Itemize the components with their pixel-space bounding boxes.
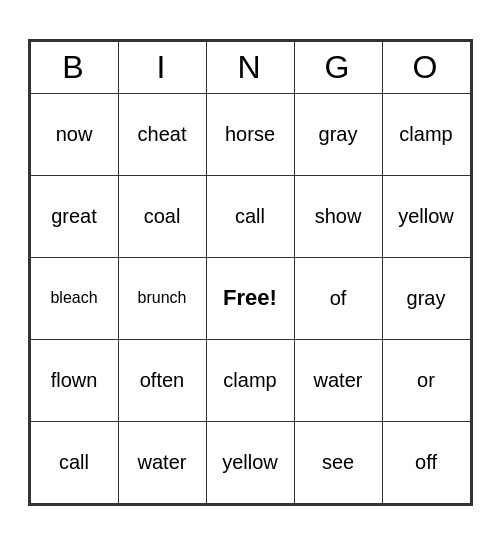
cell-3-1: often <box>118 339 206 421</box>
cell-2-3: of <box>294 257 382 339</box>
cell-3-4: or <box>382 339 470 421</box>
table-row: call water yellow see off <box>30 421 470 503</box>
header-g: G <box>294 41 382 93</box>
bingo-table: B I N G O now cheat horse gray clamp gre… <box>30 41 471 504</box>
cell-1-1: coal <box>118 175 206 257</box>
cell-3-0: flown <box>30 339 118 421</box>
cell-4-3: see <box>294 421 382 503</box>
table-row: flown often clamp water or <box>30 339 470 421</box>
cell-0-2: horse <box>206 93 294 175</box>
cell-4-4: off <box>382 421 470 503</box>
header-row: B I N G O <box>30 41 470 93</box>
cell-3-3: water <box>294 339 382 421</box>
cell-1-2: call <box>206 175 294 257</box>
cell-4-1: water <box>118 421 206 503</box>
cell-0-4: clamp <box>382 93 470 175</box>
header-n: N <box>206 41 294 93</box>
cell-1-4: yellow <box>382 175 470 257</box>
table-row: great coal call show yellow <box>30 175 470 257</box>
header-o: O <box>382 41 470 93</box>
free-cell: Free! <box>206 257 294 339</box>
cell-0-1: cheat <box>118 93 206 175</box>
header-i: I <box>118 41 206 93</box>
cell-2-0: bleach <box>30 257 118 339</box>
cell-2-4: gray <box>382 257 470 339</box>
bingo-card: B I N G O now cheat horse gray clamp gre… <box>28 39 473 506</box>
cell-4-2: yellow <box>206 421 294 503</box>
table-row: bleach brunch Free! of gray <box>30 257 470 339</box>
cell-4-0: call <box>30 421 118 503</box>
cell-2-1: brunch <box>118 257 206 339</box>
cell-0-3: gray <box>294 93 382 175</box>
table-row: now cheat horse gray clamp <box>30 93 470 175</box>
header-b: B <box>30 41 118 93</box>
bingo-body: now cheat horse gray clamp great coal ca… <box>30 93 470 503</box>
cell-0-0: now <box>30 93 118 175</box>
cell-1-3: show <box>294 175 382 257</box>
cell-1-0: great <box>30 175 118 257</box>
cell-3-2: clamp <box>206 339 294 421</box>
